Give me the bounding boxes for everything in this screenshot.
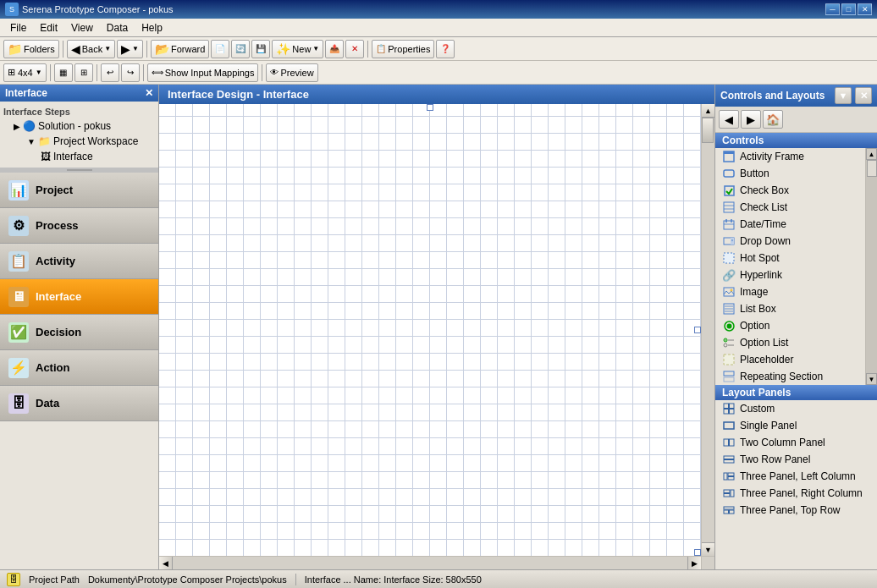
separator — [146, 41, 147, 58]
control-checklist[interactable]: Check List — [715, 199, 877, 216]
nav-home-button[interactable]: 🏠 — [763, 110, 783, 129]
panel-collapse-button[interactable]: ▼ — [835, 87, 852, 104]
control-placeholder[interactable]: Placeholder — [715, 351, 877, 368]
svg-rect-35 — [724, 439, 729, 446]
nav-interface[interactable]: 🖥 Interface — [0, 279, 158, 315]
tree-item-workspace[interactable]: ▼ 📁 Project Workspace — [0, 134, 158, 149]
svg-rect-1 — [724, 151, 734, 154]
control-repeating-section[interactable]: Repeating Section — [715, 368, 877, 385]
nav-project[interactable]: 📊 Project — [0, 173, 158, 208]
copy-button[interactable]: 📄 — [211, 40, 229, 58]
panel-close-button[interactable]: ✕ — [855, 87, 872, 104]
help-button[interactable]: ❓ — [436, 40, 455, 58]
controls-scrollbar[interactable]: ▲ ▼ — [865, 148, 877, 385]
control-button[interactable]: Button — [715, 165, 877, 182]
handle-bottom-right[interactable] — [694, 549, 701, 556]
refresh-button[interactable]: 🔄 — [231, 40, 250, 58]
nav-data[interactable]: 🗄 Data — [0, 386, 158, 421]
grid-view-button[interactable]: ⊞ — [74, 63, 93, 82]
nav-back-button[interactable]: ◀ — [719, 110, 739, 129]
menu-data[interactable]: Data — [100, 20, 135, 36]
control-listbox[interactable]: List Box — [715, 300, 877, 317]
dropdown-icon — [722, 234, 736, 248]
design-canvas[interactable] — [159, 104, 701, 556]
separator — [63, 41, 63, 58]
tree-item-solution[interactable]: ▶ 🔵 Solution - pokus — [0, 118, 158, 134]
open-button[interactable]: 📂 Forward — [151, 40, 209, 58]
activity-frame-icon — [722, 150, 736, 163]
listbox-icon — [722, 302, 736, 316]
status-separator — [295, 574, 296, 585]
three-left-icon — [722, 470, 736, 483]
handle-top-center[interactable] — [427, 104, 433, 111]
grid-size-dropdown[interactable]: ⊞ 4x4 ▼ — [3, 63, 47, 82]
table-view-button[interactable]: ▦ — [54, 63, 73, 82]
sidebar-tree: Interface Steps ▶ 🔵 Solution - pokus ▼ 📁… — [0, 102, 158, 168]
undo-button[interactable]: ↩ — [101, 63, 119, 82]
control-activity-frame-label: Activity Frame — [740, 151, 804, 162]
control-image[interactable]: Image — [715, 283, 877, 300]
interface-icon: 🖥 — [8, 287, 29, 307]
close-button[interactable]: ✕ — [858, 3, 872, 15]
controls-scroll-down[interactable]: ▼ — [866, 373, 877, 385]
svg-rect-4 — [724, 202, 734, 212]
menu-edit[interactable]: Edit — [33, 20, 64, 36]
vertical-scrollbar[interactable]: ▲ ▼ — [701, 104, 714, 556]
grid-background — [159, 104, 701, 556]
folders-button[interactable]: 📁 Folders — [3, 40, 59, 58]
handle-right-center[interactable] — [694, 327, 701, 333]
separator — [50, 64, 51, 81]
project-path-label: Project Path — [29, 574, 80, 585]
preview-button[interactable]: 👁 Preview — [266, 63, 317, 82]
control-option-list[interactable]: Option List — [715, 334, 877, 351]
nav-decision[interactable]: ✅ Decision — [0, 315, 158, 350]
control-option[interactable]: Option — [715, 317, 877, 334]
export-button[interactable]: 📤 — [325, 40, 344, 58]
tree-item-interface[interactable]: 🖼 Interface — [0, 149, 158, 164]
interface-tree-icon: 🖼 — [41, 151, 51, 162]
control-datetime[interactable]: Date/Time — [715, 216, 877, 233]
menu-help[interactable]: Help — [135, 20, 169, 36]
delete-button[interactable]: ✕ — [345, 40, 364, 58]
layout-single-panel[interactable]: Single Panel — [715, 417, 877, 434]
redo-button[interactable]: ↪ — [121, 63, 140, 82]
scroll-up-button[interactable]: ▲ — [702, 104, 714, 118]
sidebar-close-button[interactable]: ✕ — [145, 87, 153, 99]
forward-button[interactable]: ▶ ▼ — [117, 40, 143, 58]
minimize-button[interactable]: ─ — [825, 3, 840, 15]
two-row-icon — [722, 453, 736, 466]
layout-two-row[interactable]: Two Row Panel — [715, 451, 877, 468]
nav-action[interactable]: ⚡ Action — [0, 350, 158, 386]
controls-scroll-up[interactable]: ▲ — [866, 148, 877, 160]
scroll-thumb[interactable] — [702, 118, 714, 143]
scroll-left-button[interactable]: ◀ — [159, 557, 173, 569]
layout-three-top[interactable]: Three Panel, Top Row — [715, 502, 877, 519]
save-button[interactable]: 💾 — [251, 40, 270, 58]
layout-custom[interactable]: Custom — [715, 400, 877, 417]
control-hyperlink[interactable]: 🔗 Hyperlink — [715, 267, 877, 283]
control-checkbox[interactable]: Check Box — [715, 182, 877, 199]
maximize-button[interactable]: □ — [841, 3, 856, 15]
nav-activity[interactable]: 📋 Activity — [0, 244, 158, 279]
control-hotspot[interactable]: Hot Spot — [715, 250, 877, 267]
show-input-mappings-button[interactable]: ⟺ Show Input Mappings — [147, 63, 259, 82]
preview-label: Preview — [280, 68, 313, 78]
controls-scroll-thumb[interactable] — [867, 160, 877, 177]
show-input-mappings-label: Show Input Mappings — [165, 68, 255, 78]
menu-view[interactable]: View — [64, 20, 100, 36]
control-dropdown[interactable]: Drop Down — [715, 233, 877, 250]
layout-two-column[interactable]: Two Column Panel — [715, 434, 877, 451]
scroll-down-button[interactable]: ▼ — [702, 542, 714, 556]
nav-forward-button[interactable]: ▶ — [741, 110, 761, 129]
new-button[interactable]: ✨ New ▼ — [272, 40, 323, 58]
nav-process[interactable]: ⚙ Process — [0, 208, 158, 244]
scroll-right-button[interactable]: ▶ — [687, 557, 701, 569]
control-activity-frame[interactable]: Activity Frame — [715, 148, 877, 165]
export-icon: 📤 — [329, 44, 339, 53]
layout-three-left[interactable]: Three Panel, Left Column — [715, 468, 877, 485]
menu-file[interactable]: File — [3, 20, 33, 36]
horizontal-scrollbar[interactable]: ◀ ▶ — [159, 556, 701, 569]
layout-three-right[interactable]: Three Panel, Right Column — [715, 485, 877, 502]
back-button[interactable]: ◀ Back ▼ — [67, 40, 115, 58]
properties-button[interactable]: 📋 Properties — [372, 40, 434, 58]
